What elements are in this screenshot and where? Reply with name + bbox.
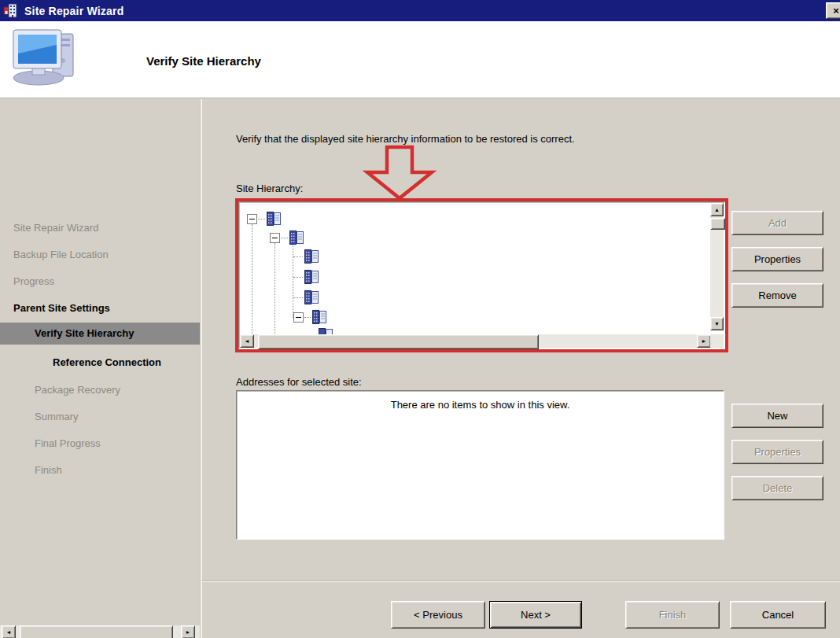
expand-toggle[interactable] xyxy=(270,233,280,243)
scroll-left-icon: ◄ xyxy=(6,629,12,635)
next-button[interactable]: Next > xyxy=(489,601,582,629)
scroll-down-button[interactable]: ▼ xyxy=(710,317,724,330)
address-properties-button[interactable]: Properties xyxy=(731,440,823,464)
tree-connector-line xyxy=(293,297,303,298)
tree-horizontal-scrollbar[interactable]: ◄ ► xyxy=(240,334,711,348)
sidebar-item-package-recovery: Package Recovery xyxy=(35,383,120,397)
scroll-right-button[interactable]: ► xyxy=(181,625,195,638)
add-button[interactable]: Add xyxy=(731,211,823,235)
sidebar-item-site-repair-wizard: Site Repair Wizard xyxy=(13,221,98,235)
app-icon xyxy=(3,3,19,19)
scroll-down-icon: ▼ xyxy=(714,321,720,326)
footer-divider xyxy=(201,581,840,582)
site-icon[interactable] xyxy=(303,289,320,305)
empty-view-text: There are no items to show in this view. xyxy=(237,391,724,411)
site-icon[interactable] xyxy=(288,230,305,245)
scrollbar-corner xyxy=(710,334,724,348)
collapse-icon xyxy=(249,219,255,219)
scroll-up-icon: ▲ xyxy=(714,207,720,212)
site-icon[interactable] xyxy=(303,269,320,285)
tree-connector-line xyxy=(252,224,252,334)
sidebar-item-backup-file-location: Backup File Location xyxy=(13,248,109,262)
tree-connector-line xyxy=(258,219,265,219)
sidebar-item-parent-site-settings: Parent Site Settings xyxy=(13,301,110,315)
new-button[interactable]: New xyxy=(731,404,823,428)
sidebar-item-verify-site-hierarchy: Verify Site Hierarchy xyxy=(35,326,134,341)
wizard-steps-sidebar: Site Repair Wizard Backup File Location … xyxy=(0,99,200,638)
tree-connector-line xyxy=(281,238,288,238)
finish-button[interactable]: Finish xyxy=(625,601,720,629)
expand-toggle[interactable] xyxy=(247,214,257,224)
site-repair-wizard-window: Site Repair Wizard × Verify Site Hierarc… xyxy=(0,0,840,638)
scroll-right-icon: ► xyxy=(186,629,191,635)
scroll-up-button[interactable]: ▲ xyxy=(710,203,724,216)
scrollbar-thumb[interactable] xyxy=(258,334,539,349)
close-icon: × xyxy=(833,5,839,17)
sidebar-item-final-progress: Final Progress xyxy=(35,437,101,451)
site-hierarchy-label: Site Hierarchy: xyxy=(236,183,303,194)
wizard-header: Verify Site Hierarchy xyxy=(0,21,840,98)
tree-connector-line xyxy=(274,243,275,334)
instruction-text: Verify that the displayed site hierarchy… xyxy=(236,133,575,145)
collapse-icon xyxy=(296,317,301,318)
computer-icon xyxy=(12,28,79,86)
sidebar-item-finish: Finish xyxy=(35,463,62,478)
sidebar-horizontal-scrollbar[interactable]: ◄ ► xyxy=(0,625,200,638)
addresses-label: Addresses for selected site: xyxy=(236,376,362,388)
window-titlebar: Site Repair Wizard × xyxy=(0,0,840,21)
remove-button[interactable]: Remove xyxy=(731,283,823,308)
site-icon[interactable] xyxy=(303,249,320,264)
tree-connector-line xyxy=(293,243,293,318)
delete-button[interactable]: Delete xyxy=(731,476,823,500)
collapse-icon xyxy=(272,238,278,238)
tree-connector-line xyxy=(293,256,303,257)
sidebar-item-reference-connection: Reference Connection xyxy=(53,356,161,370)
scroll-left-button[interactable]: ◄ xyxy=(2,625,16,638)
site-icon[interactable] xyxy=(265,211,282,227)
scrollbar-thumb[interactable] xyxy=(20,625,173,638)
expand-toggle[interactable] xyxy=(293,312,304,323)
site-icon[interactable] xyxy=(311,309,328,325)
scroll-right-icon: ► xyxy=(702,338,707,344)
sidebar-item-summary: Summary xyxy=(35,410,79,424)
scroll-left-button[interactable]: ◄ xyxy=(240,334,254,348)
scroll-left-icon: ◄ xyxy=(245,338,250,344)
cancel-button[interactable]: Cancel xyxy=(730,601,826,629)
page-title: Verify Site Hierarchy xyxy=(146,54,261,68)
previous-button[interactable]: < Previous xyxy=(391,601,485,629)
window-title: Site Repair Wizard xyxy=(24,5,123,17)
sidebar-selected-band: Verify Site Hierarchy xyxy=(0,323,200,345)
sidebar-item-progress: Progress xyxy=(13,275,54,289)
tree-connector-line xyxy=(304,317,311,318)
properties-button[interactable]: Properties xyxy=(731,247,823,271)
close-button[interactable]: × xyxy=(826,2,840,19)
site-icon xyxy=(317,327,334,334)
scroll-right-button[interactable]: ► xyxy=(697,334,711,348)
site-hierarchy-tree[interactable]: ▲ ▼ ◄ ► xyxy=(238,201,725,349)
red-arrow-annotation xyxy=(356,145,444,201)
tree-node-partial[interactable] xyxy=(317,327,334,334)
sidebar-divider xyxy=(200,99,202,638)
scrollbar-thumb[interactable] xyxy=(710,218,725,230)
tree-connector-line xyxy=(293,277,303,278)
tree-vertical-scrollbar[interactable]: ▲ ▼ xyxy=(710,203,724,330)
addresses-list[interactable]: There are no items to show in this view. xyxy=(236,390,724,540)
